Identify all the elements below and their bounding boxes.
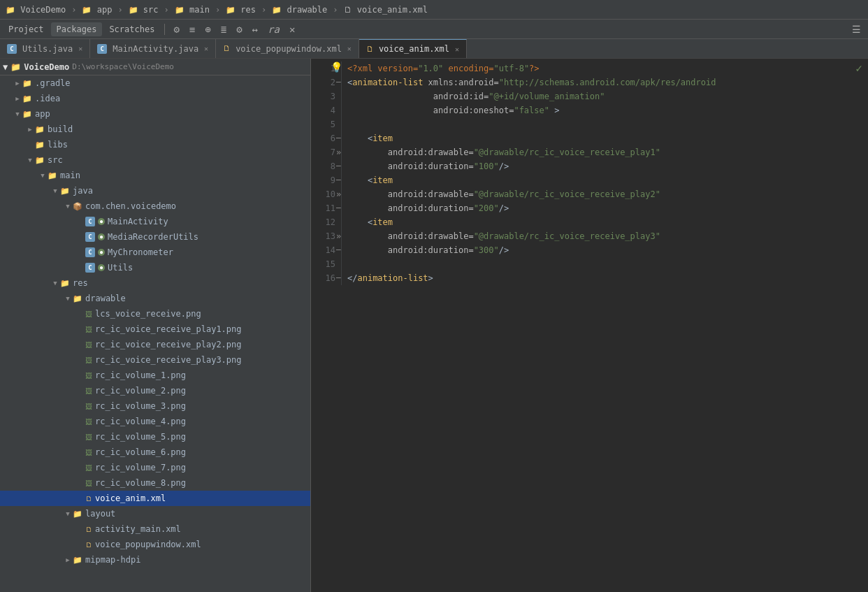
code-line-4: android:oneshot="false" > [347, 103, 862, 117]
menu-list-icon[interactable]: ≡ [185, 22, 199, 36]
line-num-9: 9 [314, 173, 335, 187]
code-token: android:drawable= [347, 145, 474, 159]
code-token: animation-list [352, 75, 423, 89]
fold-minus-14[interactable]: ─ [336, 243, 341, 257]
tab-voice-anim-close[interactable]: ✕ [455, 45, 459, 53]
line-num-11: 11 [314, 201, 335, 215]
tree-rc-play2[interactable]: 🖼 rc_ic_voice_receive_play2.png [0, 337, 310, 352]
menu-add-icon[interactable]: ⊕ [201, 22, 215, 36]
hint-bulb-icon[interactable]: 💡 [331, 62, 342, 73]
project-name: VoiceDemo [24, 62, 69, 72]
tab-utils-close[interactable]: ✕ [78, 45, 82, 52]
xml-icon: 🗋 [223, 44, 231, 53]
tree-rc-vol6[interactable]: 🖼 rc_ic_volume_6.png [0, 445, 310, 460]
code-editor[interactable]: 💡 ✓ 1 2 3 4 5 6 7 8 9 10 11 12 13 14 15 … [311, 59, 868, 592]
code-token: "@drawable/rc_ic_voice_receive_play2" [474, 187, 660, 201]
tree-rc-vol1[interactable]: 🖼 rc_ic_volume_1.png [0, 368, 310, 383]
tree-label: rc_ic_volume_8.png [95, 478, 186, 488]
badge-icon: ● [98, 264, 105, 271]
tree-rc-vol3[interactable]: 🖼 rc_ic_volume_3.png [0, 398, 310, 414]
fold-minus-11[interactable]: ─ [336, 201, 341, 215]
fold-minus-9[interactable]: ─ [336, 173, 341, 187]
png-icon: 🖼 [85, 464, 92, 472]
fold-arrow-7: » [336, 145, 341, 159]
menu-settings-icon[interactable]: ⚙ [169, 22, 183, 36]
fold-minus-16[interactable]: ─ [336, 271, 341, 285]
tab-utils-java[interactable]: C Utils.java ✕ [0, 39, 90, 58]
fold-minus-6[interactable]: ─ [336, 131, 341, 145]
menu-close-icon[interactable]: ✕ [285, 22, 299, 36]
code-token: android:duration= [347, 159, 474, 173]
tree-mipmap-hdpi[interactable]: ▶ 📁 mipmap-hdpi [0, 552, 310, 568]
tab-mainactivity-java[interactable]: C MainActivity.java ✕ [90, 39, 216, 58]
line-num-13: 13 [314, 229, 335, 243]
png-icon: 🖼 [85, 310, 92, 318]
tree-voice-popup[interactable]: 🗋 voice_popupwindow.xml [0, 537, 310, 552]
line-num-6: 6 [314, 131, 335, 145]
tree-layout-folder[interactable]: ▼ 📁 layout [0, 506, 310, 521]
code-line-15 [347, 257, 862, 271]
tree-rc-vol2[interactable]: 🖼 rc_ic_volume_2.png [0, 383, 310, 398]
code-content: 1 2 3 4 5 6 7 8 9 10 11 12 13 14 15 16 [311, 59, 868, 288]
png-icon: 🖼 [85, 479, 92, 487]
tree-label: app [35, 109, 50, 119]
tree-idea[interactable]: ▶ 📁 .idea [0, 91, 310, 106]
tree-label: src [48, 155, 63, 165]
tree-label: .gradle [35, 78, 71, 88]
menu-gear2-icon[interactable]: ⚙ [232, 22, 246, 36]
menu-bar: Project Packages Scratches ⚙ ≡ ⊕ ≣ ⚙ ↔ r… [0, 20, 868, 39]
menu-tree-icon[interactable]: ≣ [217, 22, 231, 36]
tree-package[interactable]: ▼ 📦 com.chen.voicedemo [0, 198, 310, 214]
tab-voice-anim-xml[interactable]: 🗋 voice_anim.xml ✕ [359, 39, 467, 58]
tree-res[interactable]: ▼ 📁 res [0, 275, 310, 291]
tree-java[interactable]: ▼ 📁 java [0, 183, 310, 198]
tree-rc-vol8[interactable]: 🖼 rc_ic_volume_8.png [0, 475, 310, 491]
tab-utils-label: Utils.java [22, 44, 73, 54]
tree-utils[interactable]: C ● Utils [0, 260, 310, 275]
tree-mediarecorderutils[interactable]: C ● MediaRecorderUtils [0, 229, 310, 245]
menu-extra-icon[interactable]: ☰ [848, 22, 865, 36]
tree-rc-vol5[interactable]: 🖼 rc_ic_volume_5.png [0, 429, 310, 445]
tree-voice-anim-selected[interactable]: 🗋 voice_anim.xml [0, 491, 310, 506]
sidebar[interactable]: ▼ 📁 VoiceDemo D:\workspace\VoiceDemo ▶ 📁… [0, 59, 311, 592]
menu-packages[interactable]: Packages [51, 22, 103, 36]
tab-mainactivity-close[interactable]: ✕ [204, 45, 208, 52]
tree-label: rc_ic_volume_5.png [95, 432, 186, 442]
xml-file-icon: 🗋 [85, 495, 92, 503]
menu-ra-label[interactable]: ra [263, 22, 284, 36]
tree-rc-vol4[interactable]: 🖼 rc_ic_volume_4.png [0, 414, 310, 429]
tree-activity-main[interactable]: 🗋 activity_main.xml [0, 521, 310, 537]
menu-project[interactable]: Project [3, 22, 50, 36]
line-num-16: 16 [314, 271, 335, 285]
tree-label: rc_ic_voice_receive_play2.png [95, 340, 242, 349]
tree-mychronometer[interactable]: C ● MyChronometer [0, 245, 310, 260]
tree-app[interactable]: ▼ 📁 app [0, 106, 310, 122]
png-icon: 🖼 [85, 341, 92, 349]
tree-drawable[interactable]: ▼ 📁 drawable [0, 291, 310, 306]
tree-rc-play1[interactable]: 🖼 rc_ic_voice_receive_play1.png [0, 322, 310, 337]
code-token: /> [499, 159, 509, 173]
tree-src[interactable]: ▼ 📁 src [0, 152, 310, 168]
tree-label: libs [48, 140, 68, 150]
tree-rc-vol7[interactable]: 🖼 rc_ic_volume_7.png [0, 460, 310, 475]
tree-label: lcs_voice_receive.png [95, 309, 201, 319]
tree-build[interactable]: ▶ 📁 build [0, 122, 310, 137]
line-num-14: 14 [314, 243, 335, 257]
menu-scratches[interactable]: Scratches [103, 22, 160, 36]
tree-gradle[interactable]: ▶ 📁 .gradle [0, 75, 310, 91]
tree-label: MainActivity [108, 217, 168, 226]
tree-libs[interactable]: 📁 libs [0, 137, 310, 152]
png-icon: 🖼 [85, 387, 92, 395]
menu-arrows-icon[interactable]: ↔ [248, 22, 262, 36]
tree-lcs-voice[interactable]: 🖼 lcs_voice_receive.png [0, 306, 310, 322]
fold-minus-2[interactable]: ─ [336, 75, 341, 89]
fold-minus-8[interactable]: ─ [336, 159, 341, 173]
tree-mainactivity[interactable]: C ● MainActivity [0, 214, 310, 229]
badge-icon: ● [98, 233, 105, 240]
tab-popup-xml[interactable]: 🗋 voice_popupwindow.xml ✕ [216, 39, 359, 58]
tree-rc-play3[interactable]: 🖼 rc_ic_voice_receive_play3.png [0, 352, 310, 368]
tree-label: rc_ic_volume_3.png [95, 401, 186, 411]
tab-popup-close[interactable]: ✕ [347, 45, 352, 52]
line-num-15: 15 [314, 257, 335, 271]
tree-main[interactable]: ▼ 📁 main [0, 168, 310, 183]
